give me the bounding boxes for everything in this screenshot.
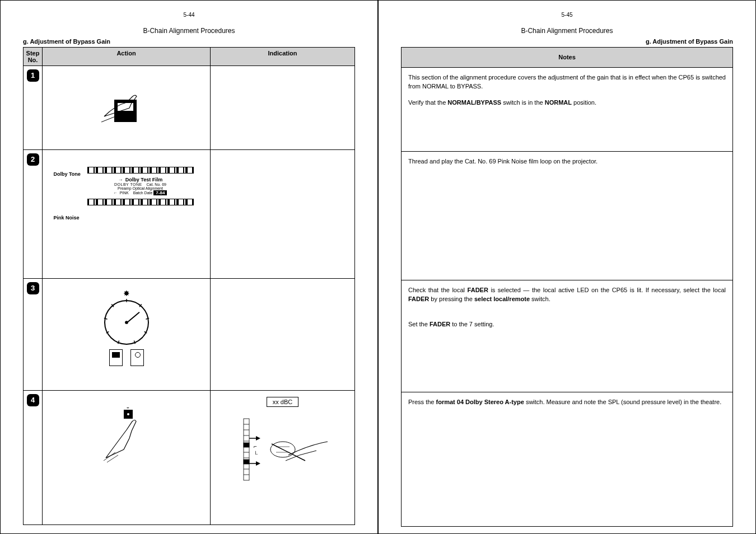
svg-line-7 xyxy=(118,341,119,344)
subsection-left: g. Adjustment of Bypass Gain xyxy=(23,38,355,45)
spl-meter-icon: ⌐ └ xyxy=(232,416,333,483)
action-4: ✸ xyxy=(43,391,211,525)
dbc-readout: xx dBC xyxy=(267,397,298,407)
svg-point-13 xyxy=(127,413,129,415)
svg-point-11 xyxy=(125,321,128,324)
indication-1 xyxy=(211,66,355,150)
note-4: Press the format 04 Dolby Stereo A-type … xyxy=(402,392,733,527)
header-step: Step No. xyxy=(24,48,43,66)
step-badge-1: 1 xyxy=(27,69,39,82)
step-badge-3: 3 xyxy=(27,282,39,294)
hand-switch-icon xyxy=(99,77,155,128)
action-1 xyxy=(43,66,211,150)
chain-title-right: B-Chain Alignment Procedures xyxy=(401,27,733,35)
svg-rect-15 xyxy=(244,419,249,480)
table-row: 3 ✸ xyxy=(24,279,355,391)
svg-text:⌐: ⌐ xyxy=(254,443,257,449)
action-3: ✸ xyxy=(43,279,211,391)
header-indication: Indication xyxy=(211,48,355,66)
indication-4: xx dBC xyxy=(211,391,355,525)
notes-table: Notes This section of the alignment proc… xyxy=(401,47,733,527)
indication-3 xyxy=(211,279,355,391)
table-row: Press the format 04 Dolby Stereo A-type … xyxy=(402,392,733,527)
svg-line-3 xyxy=(139,305,141,307)
note-2: Thread and play the Cat. No. 69 Pink Noi… xyxy=(402,152,733,280)
table-row: 4 ✸ xx dBC xyxy=(24,391,355,525)
svg-line-10 xyxy=(111,305,114,307)
svg-line-4 xyxy=(146,318,149,320)
page-number-left: 5-44 xyxy=(23,12,355,18)
svg-line-5 xyxy=(144,331,147,333)
subsection-right: g. Adjustment of Bypass Gain xyxy=(401,38,733,45)
film-strip-icon: Dolby Tone Dolby Test Film DOLBY TONE Ca… xyxy=(54,167,199,205)
svg-rect-20 xyxy=(244,443,249,447)
svg-line-6 xyxy=(134,341,135,344)
header-action: Action xyxy=(43,48,211,66)
page-left: 5-44 B-Chain Alignment Procedures g. Adj… xyxy=(0,0,378,534)
arrow-right-icon xyxy=(118,177,125,182)
note-1: This section of the alignment procedure … xyxy=(402,68,733,152)
table-row: This section of the alignment procedure … xyxy=(402,68,733,152)
indicator-icon xyxy=(130,349,144,366)
svg-marker-26 xyxy=(256,436,260,441)
chain-title-left: B-Chain Alignment Procedures xyxy=(23,27,355,35)
arrow-left-icon xyxy=(114,191,120,195)
toggle-switch-icon xyxy=(109,349,123,366)
action-2: Dolby Tone Dolby Test Film DOLBY TONE Ca… xyxy=(43,150,211,279)
svg-rect-23 xyxy=(244,460,249,464)
svg-text:✸: ✸ xyxy=(126,407,130,410)
step-badge-4: 4 xyxy=(27,394,39,406)
film-tone-label: Dolby Tone xyxy=(54,171,81,177)
hand-press-icon: ✸ xyxy=(101,407,152,463)
table-row: Thread and play the Cat. No. 69 Pink Noi… xyxy=(402,152,733,280)
fader-dial-icon: ✸ xyxy=(93,289,160,366)
film-pink-label: Pink Noise xyxy=(54,215,80,221)
page-right: 5-45 B-Chain Alignment Procedures g. Adj… xyxy=(378,0,756,534)
svg-text:└: └ xyxy=(254,451,258,457)
svg-marker-27 xyxy=(256,461,260,466)
table-row: Check that the local FADER is selected —… xyxy=(402,280,733,392)
procedure-table: Step No. Action Indication 1 xyxy=(23,47,355,525)
table-row: 2 Dolby Tone Dolby Test Film DOLBY TONE … xyxy=(24,150,355,279)
step-badge-2: 2 xyxy=(27,153,39,166)
page-number-right: 5-45 xyxy=(401,12,733,18)
svg-line-9 xyxy=(104,318,107,320)
indication-2 xyxy=(211,150,355,279)
table-row: 1 xyxy=(24,66,355,150)
led-icon: ✸ xyxy=(93,289,160,298)
header-notes: Notes xyxy=(402,48,733,68)
svg-line-8 xyxy=(106,331,109,333)
note-3: Check that the local FADER is selected —… xyxy=(402,280,733,392)
